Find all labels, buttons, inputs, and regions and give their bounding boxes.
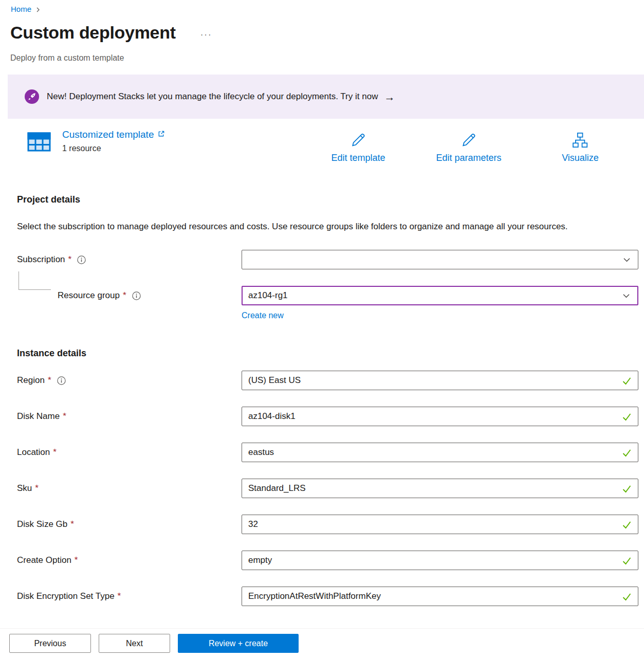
deployment-stacks-banner: New! Deployment Stacks let you manage th… <box>8 75 644 119</box>
customized-template-link[interactable]: Customized template <box>62 129 165 140</box>
edit-template-label: Edit template <box>331 153 385 163</box>
check-icon <box>622 412 632 422</box>
required-asterisk: * <box>118 591 121 601</box>
arrow-right-icon[interactable]: → <box>384 92 395 102</box>
create-option-row: Create Option * empty <box>17 551 638 570</box>
external-link-icon <box>157 130 165 138</box>
region-value: (US) East US <box>248 375 301 386</box>
breadcrumb-home-link[interactable]: Home <box>11 5 31 13</box>
resource-count: 1 resource <box>62 144 165 153</box>
disk-size-label-text: Disk Size Gb <box>17 519 67 529</box>
template-name: Customized template <box>62 129 154 140</box>
create-option-input[interactable]: empty <box>242 551 638 570</box>
resource-group-label-text: Resource group <box>58 290 120 301</box>
visualize-icon <box>572 131 590 149</box>
sku-label: Sku * <box>17 479 242 498</box>
disk-name-input[interactable]: az104-disk1 <box>242 407 638 426</box>
disk-size-input[interactable]: 32 <box>242 515 638 534</box>
review-create-button[interactable]: Review + create <box>178 634 299 653</box>
location-label-text: Location <box>17 447 50 458</box>
visualize-label: Visualize <box>562 153 599 163</box>
sku-value: Standard_LRS <box>248 483 306 494</box>
edit-parameters-button[interactable]: Edit parameters <box>436 131 501 163</box>
resource-group-dropdown[interactable]: az104-rg1 <box>242 286 638 305</box>
region-input[interactable]: (US) East US <box>242 371 638 390</box>
disk-size-label: Disk Size Gb * <box>17 515 242 534</box>
create-new-link[interactable]: Create new <box>242 310 284 321</box>
required-asterisk: * <box>63 411 66 422</box>
next-button[interactable]: Next <box>99 634 170 653</box>
edit-template-button[interactable]: Edit template <box>331 131 385 163</box>
tree-connector <box>19 271 51 290</box>
pencil-icon <box>349 131 367 149</box>
banner-message: New! Deployment Stacks let you manage th… <box>47 92 378 102</box>
more-menu-button[interactable]: ··· <box>200 30 212 40</box>
template-icon <box>26 129 52 155</box>
region-row: Region * (US) East US <box>17 371 638 390</box>
template-summary: Customized template 1 resource Edit temp… <box>0 129 644 171</box>
rocket-icon <box>25 89 39 104</box>
disk-size-value: 32 <box>248 519 258 529</box>
sku-row: Sku * Standard_LRS <box>17 479 638 498</box>
resource-group-row: Resource group * az104-rg1 <box>17 286 638 305</box>
project-details-heading: Project details <box>17 194 638 205</box>
disk-name-row: Disk Name * az104-disk1 <box>17 407 638 426</box>
required-asterisk: * <box>35 483 39 494</box>
info-icon[interactable] <box>57 376 66 385</box>
project-details-description: Select the subscription to manage deploy… <box>17 218 605 234</box>
location-label: Location * <box>17 443 242 462</box>
visualize-button[interactable]: Visualize <box>562 131 599 163</box>
chevron-down-icon <box>622 291 631 300</box>
disk-encryption-set-type-row: Disk Encryption Set Type * EncryptionAtR… <box>17 587 638 606</box>
required-asterisk: * <box>123 290 126 301</box>
edit-parameters-label: Edit parameters <box>436 153 501 163</box>
sku-label-text: Sku <box>17 483 32 494</box>
required-asterisk: * <box>48 375 51 386</box>
create-option-label: Create Option * <box>17 551 242 570</box>
deployment-form: Project details Select the subscription … <box>17 194 638 606</box>
disk-encryption-set-type-label-text: Disk Encryption Set Type <box>17 591 115 601</box>
subscription-label: Subscription * <box>17 250 242 269</box>
info-icon[interactable] <box>77 255 86 264</box>
location-value: eastus <box>248 447 274 458</box>
disk-encryption-set-type-value: EncryptionAtRestWithPlatformKey <box>248 591 381 601</box>
check-icon <box>622 376 632 386</box>
project-fields: Subscription * Resource group * az104-rg… <box>17 250 638 305</box>
subscription-row: Subscription * <box>17 250 638 269</box>
disk-name-label: Disk Name * <box>17 407 242 426</box>
required-asterisk: * <box>70 519 74 529</box>
required-asterisk: * <box>75 555 78 565</box>
instance-details-heading: Instance details <box>17 348 638 359</box>
create-option-label-text: Create Option <box>17 555 71 565</box>
check-icon <box>622 520 632 529</box>
location-input[interactable]: eastus <box>242 443 638 462</box>
disk-name-label-text: Disk Name <box>17 411 60 422</box>
sku-input[interactable]: Standard_LRS <box>242 479 638 498</box>
create-option-value: empty <box>248 555 272 565</box>
page-title: Custom deployment <box>10 21 176 44</box>
disk-size-row: Disk Size Gb * 32 <box>17 515 638 534</box>
disk-name-value: az104-disk1 <box>248 411 296 422</box>
chevron-right-icon <box>35 7 41 13</box>
subscription-label-text: Subscription <box>17 254 65 265</box>
footer-action-bar: Previous Next Review + create <box>0 628 644 658</box>
disk-encryption-set-type-label: Disk Encryption Set Type * <box>17 587 242 606</box>
breadcrumb: Home <box>0 0 644 13</box>
check-icon <box>622 556 632 565</box>
page-header: Custom deployment ··· <box>10 21 644 44</box>
page-subtitle: Deploy from a custom template <box>10 53 644 63</box>
pencil-icon <box>460 131 478 149</box>
chevron-down-icon <box>622 255 631 264</box>
info-icon[interactable] <box>132 291 141 300</box>
subscription-dropdown[interactable] <box>242 250 638 269</box>
region-label-text: Region <box>17 375 45 386</box>
template-info: Customized template 1 resource <box>26 129 165 155</box>
instance-fields: Region * (US) East US Disk Name * az104-… <box>17 371 638 606</box>
required-asterisk: * <box>68 254 72 265</box>
region-label: Region * <box>17 371 242 390</box>
check-icon <box>622 448 632 458</box>
previous-button[interactable]: Previous <box>9 634 91 653</box>
disk-encryption-set-type-input[interactable]: EncryptionAtRestWithPlatformKey <box>242 587 638 606</box>
check-icon <box>622 484 632 494</box>
check-icon <box>622 592 632 601</box>
